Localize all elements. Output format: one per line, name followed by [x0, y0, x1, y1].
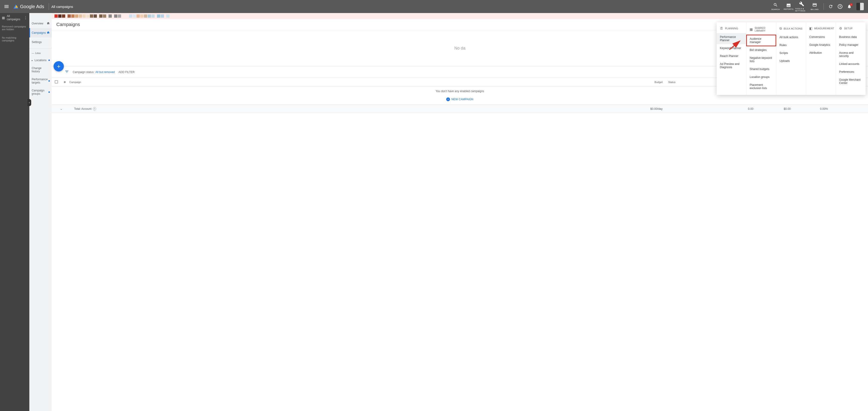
- filter-chip[interactable]: Campaign status:All but removed: [73, 70, 115, 74]
- library-icon: ▦: [750, 28, 753, 31]
- reports-icon: [787, 3, 790, 8]
- calendar-icon: 🗓: [720, 27, 723, 30]
- mega-business-data[interactable]: Business data: [836, 33, 866, 41]
- rail-scope[interactable]: ▦ All campaigns ⋮: [0, 13, 29, 22]
- mega-bid-strategies[interactable]: Bid strategies: [746, 46, 776, 54]
- header-billing[interactable]: BILLING: [808, 0, 821, 13]
- nav-change-history[interactable]: Change history: [29, 64, 52, 75]
- mega-rules[interactable]: Rules: [776, 41, 806, 49]
- header-reports[interactable]: REPORTS: [782, 0, 795, 13]
- mega-col-setup: ⚙SETUP Business data Policy manager Acce…: [836, 22, 866, 95]
- mega-keyword-planner[interactable]: Keyword Planner: [717, 44, 746, 52]
- help-icon: ?: [838, 4, 842, 9]
- mega-col-bulk-actions: ⧉BULK ACTIONS All bulk actions Rules Scr…: [776, 22, 806, 95]
- nav-overview[interactable]: Overview: [29, 19, 52, 28]
- info-icon[interactable]: ?: [93, 107, 96, 110]
- mega-audience-manager[interactable]: Audience manager: [746, 35, 776, 46]
- mega-conversions[interactable]: Conversions: [806, 33, 836, 41]
- user-avatar[interactable]: [856, 3, 864, 10]
- mega-location-groups[interactable]: Location groups: [746, 73, 776, 81]
- indicator-dot: [49, 80, 50, 82]
- app-header: Google Ads All campaigns SEARCH REPORTS …: [0, 0, 868, 13]
- tools-mega-menu: 🗓PLANNING Performance Planner Keyword Pl…: [717, 22, 866, 95]
- nav-settings[interactable]: Settings: [29, 37, 52, 47]
- measurement-icon: ◧: [809, 27, 812, 30]
- col-campaign[interactable]: Campaign: [67, 81, 626, 83]
- mega-shared-budgets[interactable]: Shared budgets: [746, 65, 776, 73]
- mega-access-security[interactable]: Access and security: [836, 49, 866, 60]
- setup-icon: ⚙: [839, 27, 842, 30]
- mega-performance-planner[interactable]: Performance Planner: [717, 33, 746, 44]
- collapse-rail-button[interactable]: ‹: [28, 99, 31, 106]
- notifications-button[interactable]: !: [845, 2, 854, 11]
- home-icon: [46, 31, 50, 35]
- left-rail: ▦ All campaigns ⋮ Removed campaigns are …: [0, 13, 29, 411]
- indicator-dot: [49, 60, 50, 61]
- mega-col-planning: 🗓PLANNING Performance Planner Keyword Pl…: [717, 22, 746, 95]
- chevron-right-icon: ▸: [32, 59, 33, 62]
- campaign-color-strip: [52, 13, 868, 19]
- chevron-down-icon[interactable]: ⌄: [60, 107, 62, 110]
- nav-less-toggle[interactable]: — Less: [29, 48, 52, 56]
- minus-icon: —: [32, 52, 34, 55]
- logo-area[interactable]: Google Ads: [11, 4, 46, 9]
- col-status[interactable]: Status: [665, 81, 698, 83]
- col-budget[interactable]: Budget: [626, 81, 665, 83]
- mega-ad-preview[interactable]: Ad Preview and Diagnosis: [717, 60, 746, 71]
- divider: [49, 3, 49, 10]
- refresh-button[interactable]: [826, 2, 835, 11]
- table-total-row: ⌄ Total: Account ? $0.00/day 0.00 $0.00 …: [52, 105, 868, 113]
- indicator-dot: [49, 92, 50, 93]
- mega-scripts[interactable]: Scripts: [776, 49, 806, 57]
- home-icon: [46, 22, 50, 26]
- help-button[interactable]: ?: [835, 2, 845, 11]
- filter-icon[interactable]: [65, 70, 69, 74]
- mega-attribution[interactable]: Attribution: [806, 49, 836, 57]
- hamburger-icon: [4, 5, 9, 8]
- nav-campaign-groups[interactable]: Campaign groups: [29, 87, 52, 98]
- page-title: Campaigns: [56, 22, 80, 27]
- notification-badge: !: [850, 3, 852, 6]
- plus-circle-icon: +: [446, 98, 450, 101]
- chevron-left-icon: ‹: [29, 101, 30, 104]
- mega-linked-accounts[interactable]: Linked accounts: [836, 60, 866, 68]
- hamburger-menu[interactable]: [2, 2, 11, 11]
- mega-uploads[interactable]: Uploads: [776, 57, 806, 65]
- mega-all-bulk-actions[interactable]: All bulk actions: [776, 33, 806, 41]
- wrench-icon: [799, 1, 804, 7]
- rail-nomatch-note: No matching campaigns: [0, 34, 29, 45]
- header-search[interactable]: SEARCH: [769, 0, 782, 13]
- mega-negative-keywords[interactable]: Negative keyword lists: [746, 54, 776, 65]
- mega-preferences[interactable]: Preferences: [836, 68, 866, 76]
- product-name: Google Ads: [20, 4, 44, 9]
- more-icon[interactable]: ⋮: [24, 15, 28, 20]
- billing-icon: [812, 3, 817, 8]
- new-campaign-button[interactable]: + NEW CAMPAIGN: [446, 98, 473, 101]
- grid-icon: ▦: [2, 16, 5, 20]
- secondary-nav: Overview Campaigns Settings — Less ▸ L: [29, 13, 52, 411]
- header-tools-settings[interactable]: TOOLS & SETTINGS: [795, 0, 808, 13]
- refresh-icon: [829, 4, 833, 9]
- context-title: All campaigns: [51, 5, 73, 9]
- mega-google-analytics[interactable]: Google Analytics: [806, 41, 836, 49]
- rail-removed-note: Removed campaigns are hidden: [0, 22, 29, 34]
- bulk-icon: ⧉: [779, 27, 782, 31]
- add-filter-button[interactable]: ADD FILTER: [119, 70, 134, 74]
- status-dot-icon: [64, 81, 66, 83]
- google-ads-logo-icon: [13, 4, 18, 9]
- nav-locations[interactable]: ▸ Locations: [29, 56, 52, 64]
- select-all-checkbox[interactable]: [55, 80, 58, 83]
- mega-policy-manager[interactable]: Policy manager: [836, 41, 866, 49]
- nav-perf-targets[interactable]: Performance targets: [29, 75, 52, 87]
- mega-placement-exclusion[interactable]: Placement exclusion lists: [746, 81, 776, 92]
- main-content: Campaigns No da + Campaign status:All bu…: [52, 13, 868, 411]
- search-icon: [773, 3, 778, 8]
- fab-new-campaign[interactable]: +: [54, 61, 64, 71]
- mega-merchant-center[interactable]: Google Merchant Center: [836, 76, 866, 87]
- mega-col-measurement: ◧MEASUREMENT Conversions Google Analytic…: [806, 22, 836, 95]
- nav-campaigns[interactable]: Campaigns: [29, 28, 52, 37]
- mega-reach-planner[interactable]: Reach Planner: [717, 52, 746, 60]
- divider: [824, 3, 824, 10]
- mega-col-shared-library: ▦SHARED LIBRARY Audience manager Bid str…: [746, 22, 776, 95]
- plus-icon: +: [57, 63, 60, 70]
